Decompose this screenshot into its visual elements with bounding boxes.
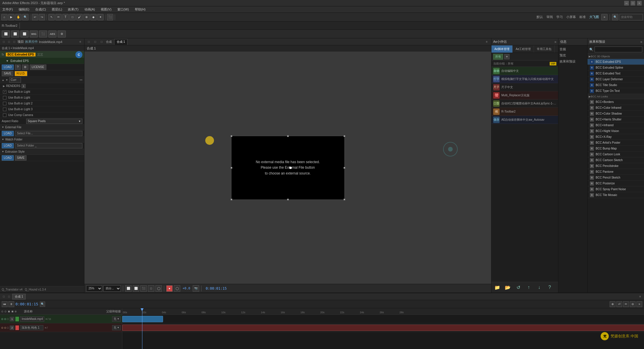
track-1-eye[interactable]: ⊙ bbox=[1, 318, 3, 320]
refresh-icon-btn[interactable]: ↺ bbox=[514, 283, 522, 291]
bcc-license-btn[interactable]: LICENSE bbox=[30, 65, 46, 70]
effects-item-bump-map[interactable]: B BCC Bump Map bbox=[588, 146, 644, 152]
timeline-menu-icon[interactable]: ≡ bbox=[638, 295, 642, 299]
script-item-ruler[interactable]: 尺子 尺子中文 bbox=[491, 83, 558, 91]
extrusion-style-section[interactable]: ▼ Extrusion Style bbox=[0, 149, 84, 155]
effects-item-harris-shutter[interactable]: B BCC+Harris Shutter bbox=[588, 117, 644, 122]
track-2-name[interactable]: 深灰色 纯色 1 bbox=[20, 325, 43, 330]
effects-item-infrared[interactable]: B BCC+Infrared bbox=[588, 122, 644, 128]
toolbar-hand[interactable]: ✋ bbox=[15, 14, 22, 20]
effects-item-xray[interactable]: B BCC+X-Ray bbox=[588, 134, 644, 140]
toolbar-search-btn[interactable]: 🔍 bbox=[612, 14, 618, 20]
eff-btn-4[interactable]: ⬛ bbox=[39, 31, 47, 38]
track-2-mode-select[interactable]: 无 ▼ bbox=[112, 325, 121, 330]
effects-item-cartoon-look[interactable]: B BCC Cartoon Look bbox=[588, 152, 644, 157]
close-button[interactable]: × bbox=[637, 1, 642, 6]
filter-all-btn[interactable]: 所有 bbox=[493, 54, 503, 60]
preview-btn-8[interactable]: 📷 bbox=[193, 285, 199, 292]
minimize-button[interactable]: ─ bbox=[624, 1, 629, 6]
toolbar-pen[interactable]: ✏ bbox=[55, 14, 62, 20]
handle-tl[interactable] bbox=[231, 135, 232, 137]
effects-item-extruded-text[interactable]: B BCC Extruded Text bbox=[588, 71, 644, 76]
menu-help[interactable]: 帮助(H) bbox=[134, 7, 147, 12]
preview-btn-6[interactable]: ● bbox=[166, 285, 173, 292]
panel-tab-project[interactable]: 项目 bbox=[17, 40, 24, 44]
menu-compose[interactable]: 合成(C) bbox=[34, 7, 47, 12]
extrusion-save-btn[interactable]: SAVE bbox=[15, 155, 26, 161]
toolbar-zoom[interactable]: 🔍 bbox=[22, 14, 29, 20]
effects-item-layer-deformer[interactable]: B BCC Layer Deformer bbox=[588, 76, 644, 82]
panel-icon-1[interactable]: □ bbox=[2, 40, 6, 44]
effects-item-night-vision[interactable]: B BCC+Night Vision bbox=[588, 128, 644, 134]
ae-tab-script[interactable]: Ae脚本管理 bbox=[491, 45, 513, 53]
menu-window[interactable]: 窗口(W) bbox=[116, 7, 130, 12]
toolbar-eraser[interactable]: ◆ bbox=[90, 14, 97, 20]
effects-item-title-studio[interactable]: B BCC Title Studio bbox=[588, 82, 644, 88]
toolbar-align[interactable]: ⬛ bbox=[107, 14, 113, 20]
external-file-section[interactable]: ▼ External File bbox=[0, 124, 84, 130]
handle-ml[interactable] bbox=[231, 167, 232, 169]
bcc-save-btn[interactable]: SAVE bbox=[2, 71, 13, 76]
eff-btn-3[interactable]: ⬜ bbox=[20, 31, 29, 38]
track-2-solo[interactable]: ⊙ bbox=[4, 326, 6, 329]
tc-btn-7[interactable]: » bbox=[636, 301, 642, 307]
effects-right-menu-icon[interactable]: ≡ bbox=[641, 40, 642, 44]
bcc-3d-section-header[interactable]: ▶ BCC 3D Objects bbox=[588, 54, 644, 59]
script-item-replace[interactable]: 替 Multi_Replacer汉化版 bbox=[491, 91, 558, 99]
track-1-mode-select[interactable]: 无 ▼ bbox=[112, 316, 121, 322]
panel-tab-insidemask[interactable]: InsideMask.mp4 bbox=[39, 40, 62, 44]
select-folder-btn[interactable]: Select Folder _ bbox=[15, 143, 82, 148]
effects-item-artists-poster[interactable]: B BCC Artist's Poster bbox=[588, 140, 644, 146]
script-item-auto[interactable]: 自动 自动编辑中文 bbox=[491, 67, 558, 75]
handle-bl[interactable] bbox=[231, 199, 232, 200]
panel-tab-effects[interactable]: 效果控件 bbox=[25, 40, 38, 44]
preview-btn-2[interactable]: ⬜ bbox=[133, 285, 139, 292]
eff-btn-gear[interactable]: ⚙ bbox=[58, 31, 66, 38]
menu-file[interactable]: 文件(F) bbox=[1, 7, 14, 12]
bcc-hud-btn[interactable]: H.U.D. bbox=[15, 71, 27, 76]
panel-icon-3[interactable]: □ bbox=[12, 40, 16, 44]
track-1-solo[interactable]: ⊙ bbox=[4, 318, 6, 320]
search-input[interactable] bbox=[620, 14, 643, 20]
effects-item-pencilstroke[interactable]: B BCC Pencilstroke bbox=[588, 163, 644, 169]
toolbar-shape[interactable]: □ bbox=[69, 14, 76, 20]
tc-btn-2[interactable]: ⏸ bbox=[8, 301, 14, 307]
effects-item-pantone[interactable]: B BCC Pantone bbox=[588, 169, 644, 175]
comp-menu-icon[interactable]: ≡ bbox=[485, 40, 489, 44]
external-file-load-btn[interactable]: LOAD bbox=[2, 131, 14, 136]
track-ctrl-1[interactable]: ⊙ bbox=[1, 310, 3, 313]
bcc-question-btn[interactable]: ? bbox=[15, 65, 21, 70]
info-cat-preview[interactable]: 预览 bbox=[560, 53, 586, 58]
handle-br[interactable] bbox=[344, 199, 345, 200]
zoom-select[interactable]: 25% 50% 100% bbox=[86, 285, 102, 292]
ae-tab-project[interactable]: Ae工程管理 bbox=[513, 45, 534, 53]
watch-folder-section[interactable]: ▼ Watch Folder bbox=[0, 137, 84, 143]
effects-item-extruded-spline[interactable]: B BCC Extruded Spline bbox=[588, 65, 644, 71]
toolbar-paint[interactable]: 🖌 bbox=[76, 14, 83, 20]
preview-btn-5[interactable]: ◯ bbox=[155, 285, 162, 292]
tc-btn-6[interactable]: ⊖ bbox=[630, 301, 636, 307]
track-ctrl-3[interactable]: ⏹ bbox=[8, 310, 10, 313]
track-ctrl-2[interactable]: ⊙ bbox=[4, 310, 7, 313]
effects-search-input[interactable] bbox=[595, 47, 642, 52]
track-1-clip[interactable] bbox=[122, 316, 163, 322]
watch-folder-load-btn[interactable]: LOAD bbox=[2, 143, 14, 148]
menu-dots[interactable]: ••• bbox=[80, 79, 82, 81]
folder-icon-btn[interactable]: 📁 bbox=[493, 283, 501, 291]
timeline-playhead[interactable] bbox=[142, 308, 142, 349]
tc-btn-3[interactable]: ⊕ bbox=[610, 301, 615, 307]
script-item-lipsync[interactable]: 口型 自动对口型嘴唇动画中文AutoLipSync-1-07 bbox=[491, 99, 558, 108]
checkbox-0[interactable] bbox=[3, 90, 6, 94]
quality-select[interactable]: 四分... 二分之一 完整 bbox=[103, 285, 121, 292]
info-cat-effects[interactable]: 效果和预设 bbox=[560, 59, 586, 64]
effects-item-color-shadow[interactable]: B BCC+Color Shadow bbox=[588, 111, 644, 117]
track-ctrl-4[interactable]: ⏹ bbox=[11, 310, 14, 313]
select-file-btn[interactable]: Select File... bbox=[15, 131, 82, 136]
curr-input[interactable]: Curr bbox=[9, 77, 21, 83]
menu-effects[interactable]: 效果(T) bbox=[67, 7, 79, 12]
menu-animation[interactable]: 动画(A) bbox=[83, 7, 96, 12]
effects-item-tile-mosaic[interactable]: B BCC Tile Mosaic bbox=[588, 192, 644, 198]
preview-btn-4[interactable]: □ bbox=[148, 285, 154, 292]
maximize-button[interactable]: □ bbox=[631, 1, 635, 6]
effects-item-cartoon-sketch[interactable]: B BCC Cartoon Sketch bbox=[588, 157, 644, 163]
